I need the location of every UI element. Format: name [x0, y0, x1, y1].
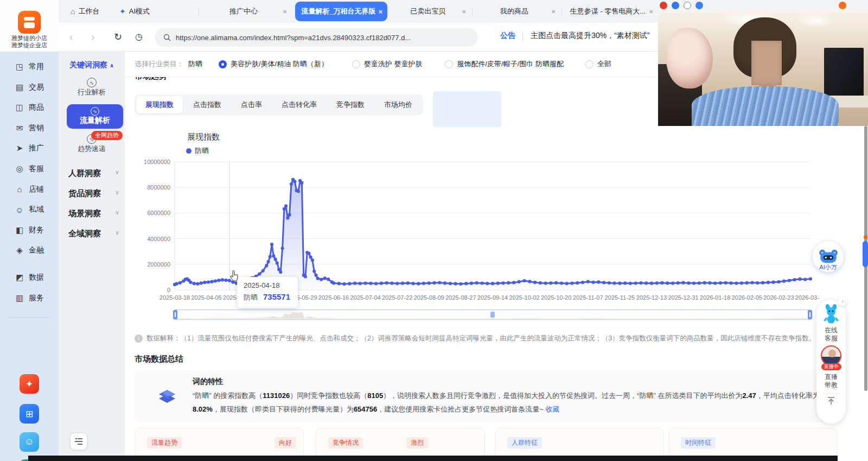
- category-radio-1[interactable]: 美容护肤/美体/精油 防晒（新）: [219, 59, 328, 69]
- slider-middle-marker[interactable]: [490, 312, 495, 318]
- browser-tab-5[interactable]: 生意参谋 - 零售电商大...×: [563, 0, 658, 23]
- metric-tab-1[interactable]: 展现指数: [136, 96, 183, 113]
- trade-icon: ▤: [15, 83, 24, 92]
- market-summary-title: 市场数据总结: [135, 354, 183, 364]
- rail-item-apps[interactable]: ◳常用: [0, 56, 59, 77]
- online-service-label[interactable]: 在线客服: [823, 326, 839, 343]
- svg-text:2026-01-18: 2026-01-18: [700, 294, 730, 301]
- rail-item-trade[interactable]: ▤交易: [0, 77, 59, 98]
- browser-window-icons[interactable]: [839, 2, 846, 9]
- radio-icon: [585, 60, 593, 68]
- tab-close-icon[interactable]: ×: [551, 8, 556, 16]
- services-icon: ▥: [15, 293, 24, 303]
- slider-left-handle[interactable]: [173, 310, 177, 319]
- ai-assistant-button[interactable]: AI小万: [813, 241, 844, 272]
- sidebar-group-4[interactable]: 全域洞察∨: [68, 229, 125, 239]
- pinned-ai-mode[interactable]: ✦AI模式: [119, 0, 150, 23]
- service-mascot-icon[interactable]: [823, 304, 839, 324]
- record-dot-icon[interactable]: [660, 2, 667, 9]
- svg-text:2025-12-31: 2025-12-31: [668, 294, 698, 301]
- app-icon-3[interactable]: ☺: [20, 432, 39, 452]
- word-feature-card: 词的特性 “防晒” 的搜索指数高（1131026）同时竞争指数也较高（8105）…: [135, 370, 837, 422]
- sidebar-collapse-button[interactable]: [71, 433, 87, 450]
- tab-close-icon[interactable]: ×: [649, 8, 653, 16]
- app-icon-2[interactable]: ⊞: [20, 404, 39, 424]
- panel-collapse-chevron-icon[interactable]: ›: [838, 296, 847, 306]
- browser-tab-2[interactable]: 流量解析_万相台无界版×: [295, 2, 387, 21]
- collect-link[interactable]: 收藏: [545, 405, 559, 413]
- browser-tab-1[interactable]: 推广中心×: [201, 0, 292, 23]
- extension-blue-icon-2[interactable]: [695, 2, 703, 9]
- history-clock-icon[interactable]: ◷: [135, 30, 143, 43]
- metric-tab-2[interactable]: 点击指数: [184, 96, 231, 113]
- category-radio-3[interactable]: 服饰配件/皮带/帽子/围巾 防晒服配: [445, 59, 563, 69]
- rail-item-shop[interactable]: ⌂店铺: [0, 179, 59, 200]
- tooltip-value: 735571: [263, 292, 290, 301]
- sidebar-group-3[interactable]: 场景洞察∨: [68, 209, 125, 219]
- svg-text:2025-03-18: 2025-03-18: [159, 294, 190, 301]
- trend-line-chart[interactable]: 0200000040000006000000800000010000000202…: [125, 157, 819, 307]
- svg-text:2025-07-04: 2025-07-04: [350, 294, 380, 301]
- product-icon: ◫: [15, 103, 24, 112]
- capital-icon: ◈: [15, 245, 24, 255]
- chart-range-slider[interactable]: [175, 310, 810, 320]
- rail-item-promotion[interactable]: ➤推广: [0, 138, 59, 159]
- app-icon-1[interactable]: ✦: [20, 374, 39, 394]
- rail-item-private-domain[interactable]: ☺私域: [0, 199, 59, 220]
- rail-item-marketing[interactable]: ✉营销: [0, 118, 59, 138]
- svg-text:2025-10-02: 2025-10-02: [509, 294, 539, 301]
- svg-text:6000000: 6000000: [147, 210, 170, 216]
- browser-extension-icons[interactable]: [660, 2, 703, 9]
- announcement-link[interactable]: 公告: [500, 31, 515, 41]
- rail-item-finance[interactable]: ◧财务: [0, 220, 59, 241]
- tab-close-icon[interactable]: ×: [462, 8, 466, 16]
- extension-orange-icon[interactable]: [839, 2, 846, 9]
- store-logo[interactable]: [18, 11, 41, 34]
- metric-tab-5[interactable]: 竞争指数: [327, 96, 374, 113]
- page-scrollbar-thumb[interactable]: [863, 241, 868, 267]
- url-text: https://one.alimama.com/index.html?spm=a…: [176, 34, 411, 42]
- tab-close-icon[interactable]: ×: [283, 8, 287, 16]
- store-logo-panel: 雅梦缇的小店 雅梦缇企业店: [0, 0, 59, 52]
- sidebar-item-traffic-analysis[interactable]: ∿ 流量解析: [67, 104, 123, 129]
- note-text: 数据解释：（1）流量范围仅包括付费搜索下产生的曝光、点击和成交；（2）词推荐策略…: [146, 334, 815, 343]
- address-bar[interactable]: https://one.alimama.com/index.html?spm=a…: [155, 28, 478, 47]
- card-value-badge: 激烈: [406, 437, 428, 449]
- tooltip-date: 2025-04-18: [244, 281, 291, 289]
- sidebar-group-2[interactable]: 货品洞察∨: [68, 188, 125, 199]
- rail-item-data[interactable]: ◩数据: [0, 267, 59, 288]
- reload-icon[interactable]: ↻: [114, 30, 122, 43]
- rail-item-customer-service[interactable]: ◎客服: [0, 159, 59, 179]
- live-teaching-label[interactable]: 直播带教: [823, 373, 839, 389]
- category-radio-4[interactable]: 全部: [585, 59, 611, 69]
- profile-icon[interactable]: [684, 2, 691, 9]
- slider-right-handle[interactable]: [808, 310, 812, 319]
- metric-tab-4[interactable]: 点击转化率: [272, 96, 326, 113]
- shop-icon: ⌂: [15, 185, 24, 194]
- browser-tab-4[interactable]: 我的商品×: [474, 0, 560, 23]
- rail-item-services[interactable]: ▥服务: [0, 288, 59, 308]
- extension-blue-icon-1[interactable]: [672, 2, 679, 9]
- back-to-top-icon[interactable]: [826, 396, 836, 405]
- data-icon: ◩: [15, 273, 24, 282]
- store-name-line1: 雅梦缇的小店: [0, 35, 59, 42]
- private-domain-icon: ☺: [15, 205, 24, 214]
- live-status-badge: 直播中: [821, 363, 841, 370]
- metric-tab-6[interactable]: 市场均价: [375, 96, 422, 113]
- forward-button-icon[interactable]: ›: [91, 30, 94, 43]
- tab-close-icon[interactable]: ×: [378, 8, 382, 16]
- metric-tab-3[interactable]: 点击率: [232, 96, 271, 113]
- chart-legend[interactable]: 防晒: [186, 146, 209, 156]
- browser-tab-3[interactable]: 已卖出宝贝×: [391, 0, 471, 23]
- back-button-icon[interactable]: ‹: [69, 30, 73, 43]
- pinned-workbench[interactable]: ⌂工作台: [71, 0, 99, 23]
- rail-item-capital[interactable]: ◈金融: [0, 240, 59, 261]
- sidebar-item-industry-analysis[interactable]: ∿ 行业解析: [59, 78, 125, 97]
- sidebar-group-1[interactable]: 人群洞察∨: [68, 168, 125, 179]
- store-name-line2: 雅梦缇企业店: [0, 42, 59, 49]
- category-radio-2[interactable]: 婴童洗护 婴童护肤: [352, 59, 423, 69]
- svg-text:8000000: 8000000: [147, 184, 170, 191]
- industry-analysis-icon: ∿: [87, 78, 97, 87]
- sidebar-group-keyword-insight[interactable]: 关键词洞察 ∧: [59, 60, 125, 70]
- rail-item-product[interactable]: ◫商品: [0, 97, 59, 118]
